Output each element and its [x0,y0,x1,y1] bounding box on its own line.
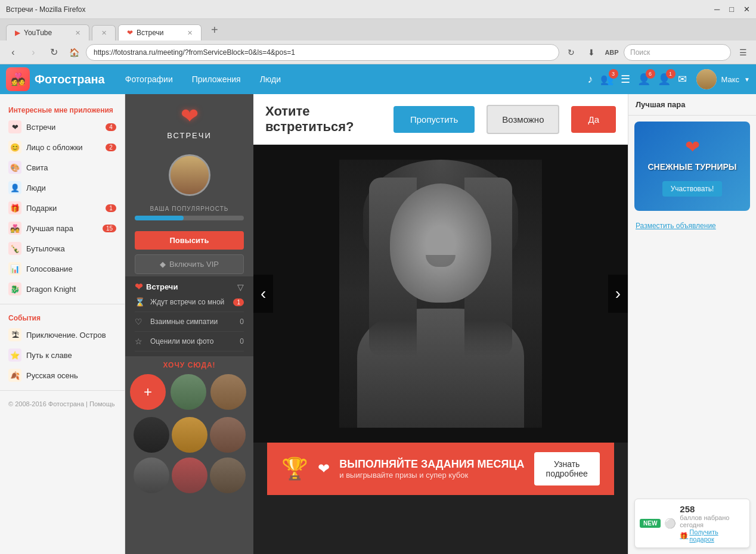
logo-text[interactable]: Фотострана [35,73,105,86]
middle-panel: ❤ ВСТРЕЧИ ВАША ПОПУЛЯРНОСТЬ Повысить ◆ [125,94,253,554]
new-tab-btn[interactable]: + [204,20,225,41]
sidebar-item-golosovanie[interactable]: 📊 Голосование [0,259,125,279]
forward-btn[interactable]: › [25,44,42,61]
prev-photo-btn[interactable]: ‹ [253,275,273,313]
points-gift-link[interactable]: 🎁 Получить подарок [680,528,745,543]
uznat-button[interactable]: Узнатьподробнее [534,452,600,485]
hochu-avatar-2[interactable] [210,374,246,410]
close-btn[interactable]: ✕ [743,5,750,14]
sidebar-item-dragonknight[interactable]: 🐉 Dragon Knight [0,279,125,299]
sidebar-item-gifts[interactable]: 🎁 Подарки 1 [0,198,125,218]
photo-container: ‹ [253,145,628,443]
minimize-btn[interactable]: ─ [714,5,720,14]
profile-photo [339,160,542,428]
tab-vstrechi-close[interactable]: ✕ [187,29,193,37]
banner-text-main: ВЫПОЛНЯЙТЕ ЗАДАНИЯ МЕСЯЦА [339,458,524,471]
browser-titlebar: Встречи - Mozilla Firefox ─ □ ✕ [0,0,756,19]
home-btn[interactable]: 🏠 [66,44,82,61]
maximize-btn[interactable]: □ [729,5,734,14]
sidebar-item-vstrechi[interactable]: ❤ Встречи 4 [0,117,125,137]
refresh-btn[interactable]: ↻ [45,44,62,61]
tab-youtube-close[interactable]: ✕ [75,29,80,37]
maybe-button[interactable]: Возможно [487,105,559,134]
menu-mutual[interactable]: ♡ Взаимные симпатии 0 [135,312,244,332]
hochu-avatar-7[interactable] [172,457,207,493]
friends-icon[interactable]: 👥3 [600,73,614,86]
rated-count: 0 [240,337,244,346]
povysit-button[interactable]: Повысить [135,231,244,250]
notifications-icon[interactable]: 👤1 [658,73,671,86]
back-btn[interactable]: ‹ [5,44,21,61]
nav-user[interactable]: Макс ▼ [696,69,750,89]
next-photo-btn[interactable]: › [608,275,628,313]
yes-button[interactable]: Да [571,106,616,133]
filter-icon[interactable]: ▽ [237,282,244,292]
vstrechi-favicon: ❤ [127,29,133,37]
messages-icon[interactable]: ✉ [678,73,687,86]
popularity-bar-bg [135,216,244,220]
logo-icon: 💑 [6,67,30,91]
sidebar-item-gifts-label: Подарки [26,204,57,213]
points-label: баллов набрано сегодня [680,514,745,528]
download-btn[interactable]: ⬇ [583,44,600,61]
hochu-avatar-row-2 [125,415,253,455]
tab-vstrechi[interactable]: ❤ Встречи ✕ [118,24,202,41]
reload-btn[interactable]: ↻ [563,44,580,61]
vip-button[interactable]: ◆ Включить VIP [135,254,244,274]
online-icon[interactable]: 👤6 [637,73,650,86]
participate-button[interactable]: Участвовать! [662,181,723,197]
hochu-avatar-3[interactable] [134,417,169,453]
points-section: NEW ⚪ 258 баллов набрано сегодня 🎁 Получ… [628,493,756,554]
menu-waiting[interactable]: ⌛ Ждут встречи со мной 1 [135,292,244,312]
hochu-add-btn[interactable]: + [130,374,166,410]
ad-link[interactable]: Разместить объявление [628,217,756,235]
menu-rated[interactable]: ☆ Оценили мои фото 0 [135,332,244,351]
list-icon[interactable]: ☰ [621,73,630,86]
people-icon: 👤 [8,181,21,194]
main-area: Хотите встретиться? Пропустить Возможно … [253,94,628,554]
sidebar-event-island[interactable]: 🏝 Приключение. Остров [0,325,125,345]
hochu-avatar-5[interactable] [210,417,246,453]
meeting-profile-area: Инна 30 лет, Киев 📷 1/1 ‹ [253,145,628,554]
hochu-avatar-8[interactable] [210,457,246,493]
snow-heart-icon: ❤ [685,136,700,157]
notif-badge: 1 [666,69,676,79]
sidebar-event-osen[interactable]: 🍂 Русская осень [0,365,125,385]
user-avatar[interactable] [169,154,210,196]
mutual-count: 0 [240,318,244,326]
sidebar-item-litso[interactable]: 😊 Лицо с обложки 2 [0,137,125,157]
hochu-avatar-4[interactable] [172,417,207,453]
skip-button[interactable]: Пропустить [394,106,475,133]
sidebar-divider [0,304,125,304]
nav-dropdown-icon[interactable]: ▼ [744,76,750,83]
sidebar-event-slava[interactable]: ⭐ Путь к славе [0,345,125,365]
nav-apps[interactable]: Приложения [187,72,246,86]
sidebar-item-butylochka[interactable]: 🍾 Бутылочка [0,238,125,259]
address-bar[interactable] [86,44,559,61]
bottom-banner: 🏆 ❤ ВЫПОЛНЯЙТЕ ЗАДАНИЯ МЕСЯЦА и выигрыва… [267,443,614,495]
music-icon[interactable]: ♪ [588,73,593,86]
browser-title: Встречи - Mozilla Firefox [6,5,85,14]
search-input[interactable] [624,44,731,61]
tab-youtube[interactable]: ▶ YouTube ✕ [6,24,89,41]
sidebar-item-svita[interactable]: 🎨 Свита [0,157,125,178]
best-pair-banner[interactable]: ❤ СНЕЖНЫЕ ТУРНИРЫ Участвовать! [634,122,750,211]
hochu-avatar-6[interactable] [134,457,169,493]
sidebar-item-bestpair[interactable]: 💑 Лучшая пара 15 [0,218,125,238]
tab-empty-close[interactable]: ✕ [101,29,107,37]
app: 💑 Фотострана Фотографии Приложения Люди … [0,64,756,554]
logo-area: 💑 Фотострана [6,67,105,91]
nav-people[interactable]: Люди [255,72,286,86]
nav-photos[interactable]: Фотографии [120,72,178,86]
menu-btn[interactable]: ☰ [735,44,751,61]
top-navigation: 💑 Фотострана Фотографии Приложения Люди … [0,64,756,94]
browser-toolbar: ‹ › ↻ 🏠 ↻ ⬇ ABP ☰ [0,41,756,64]
points-number: 258 [680,504,745,514]
tab-empty[interactable]: ✕ [92,25,116,41]
tournament-title: СНЕЖНЫЕ ТУРНИРЫ [643,157,741,176]
abp-btn[interactable]: ABP [603,44,620,61]
banner-heart-icon: ❤ [318,460,330,477]
hochu-avatar-1[interactable] [171,374,206,410]
sidebar-event-island-label: Приключение. Остров [26,331,106,340]
sidebar-item-people[interactable]: 👤 Люди [0,178,125,198]
